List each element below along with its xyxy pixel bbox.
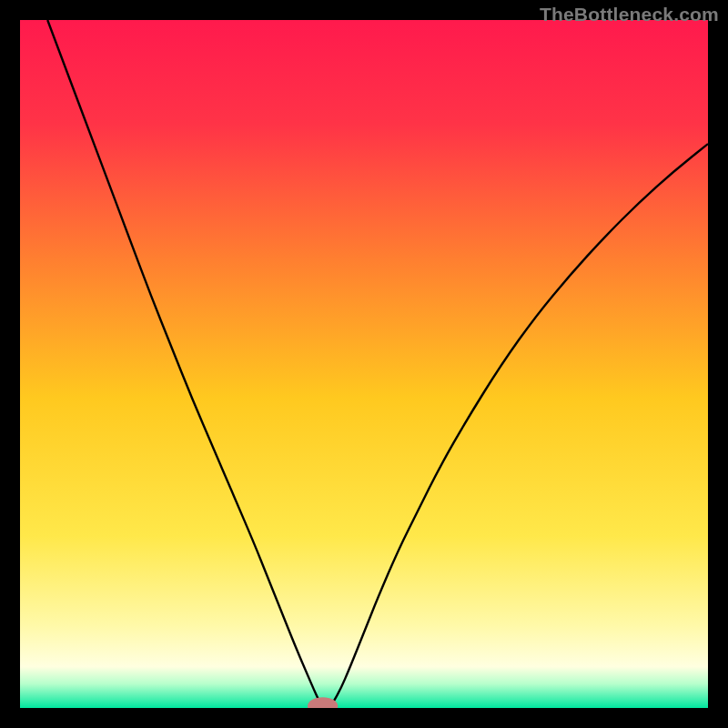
plot-area bbox=[20, 20, 708, 708]
chart-frame: TheBottleneck.com bbox=[0, 0, 728, 728]
bottleneck-chart bbox=[20, 20, 708, 708]
watermark-label: TheBottleneck.com bbox=[540, 4, 719, 25]
gradient-background bbox=[20, 20, 708, 708]
